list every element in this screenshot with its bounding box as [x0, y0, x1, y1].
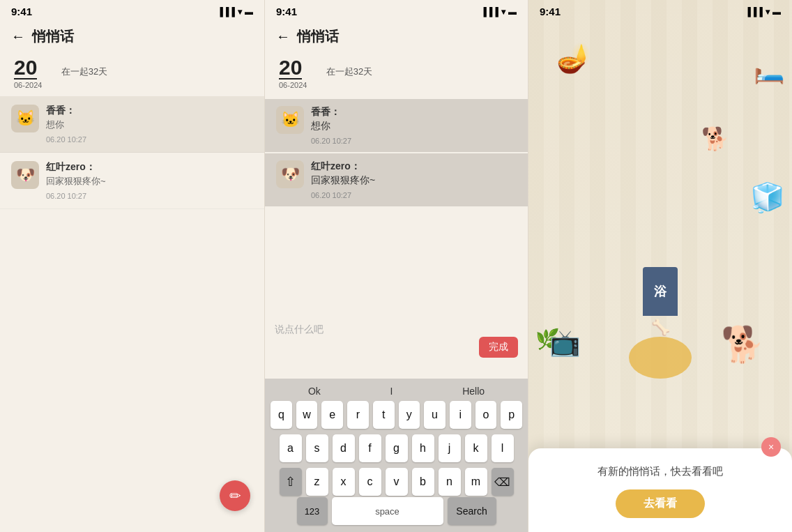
- suggestion-i[interactable]: I: [390, 386, 393, 397]
- key-row-3: ⇧ z x c v b n m ⌫: [271, 468, 522, 496]
- key-o[interactable]: o: [475, 401, 497, 429]
- key-row-1: q w e r t y u i o p: [271, 401, 522, 429]
- bath-label: 浴: [654, 283, 667, 300]
- suggestion-ok[interactable]: Ok: [308, 386, 321, 397]
- key-f[interactable]: f: [359, 434, 381, 462]
- message-input-area[interactable]: 说点什么吧 完成: [265, 316, 528, 379]
- bubble-content-hongye: 红叶zero： 回家狠狠疼你~ 06.20 10:27: [311, 160, 375, 199]
- done-button[interactable]: 完成: [479, 337, 518, 358]
- battery-icon-right: ▬: [772, 7, 781, 17]
- chat-bubble-area: 🐱 香香： 想你 06.20 10:27 🐶 红叶zero： 回家狠狠疼你~ 0…: [265, 93, 528, 316]
- wifi-icon-mid: ▾: [501, 7, 505, 17]
- chat-content-xiangxiang: 香香： 想你 06.20 10:27: [46, 105, 253, 144]
- suggestion-hello[interactable]: Hello: [462, 386, 485, 397]
- shift-key[interactable]: ⇧: [280, 468, 302, 496]
- num-key[interactable]: 123: [297, 497, 328, 525]
- signal-icon: ▐▐▐: [217, 7, 235, 17]
- notification-close-button[interactable]: ×: [761, 437, 781, 457]
- date-section-mid: 20 在一起32天 06-2024: [265, 50, 528, 93]
- key-r[interactable]: r: [347, 401, 369, 429]
- tv-icon: 📺: [549, 328, 581, 358]
- key-x[interactable]: x: [333, 468, 355, 496]
- status-time-right: 9:41: [540, 6, 561, 17]
- chat-msg-xiangxiang: 想你: [46, 119, 253, 131]
- key-u[interactable]: u: [424, 401, 446, 429]
- key-k[interactable]: k: [465, 434, 487, 462]
- wifi-icon: ▾: [238, 7, 242, 17]
- chat-name-xiangxiang: 香香：: [46, 105, 253, 117]
- chat-content-hongye: 红叶zero： 回家狠狠疼你~ 06.20 10:27: [46, 161, 253, 200]
- date-together-left: 在一起32天: [61, 66, 107, 78]
- key-n[interactable]: n: [439, 468, 461, 496]
- notification-popup: × 有新的悄悄话，快去看看吧 去看看: [528, 448, 792, 532]
- chat-list: 🐱 香香： 想你 06.20 10:27 🐶 红叶zero： 回家狠狠疼你~ 0…: [0, 93, 264, 532]
- key-i[interactable]: i: [450, 401, 471, 429]
- chat-time-hongye: 06.20 10:27: [46, 192, 253, 200]
- key-a[interactable]: a: [280, 434, 302, 462]
- key-q[interactable]: q: [271, 401, 292, 429]
- chat-item-xiangxiang[interactable]: 🐱 香香： 想你 06.20 10:27: [0, 96, 264, 153]
- back-button-mid[interactable]: ←: [276, 29, 290, 45]
- key-b[interactable]: b: [412, 468, 434, 496]
- key-t[interactable]: t: [373, 401, 395, 429]
- key-e[interactable]: e: [321, 401, 343, 429]
- key-h[interactable]: h: [412, 434, 434, 462]
- date-day-mid: 20: [279, 57, 302, 79]
- notification-text: 有新的悄悄话，快去看看吧: [597, 465, 723, 478]
- status-bar-mid: 9:41 ▐▐▐ ▾ ▬: [265, 0, 528, 20]
- space-key[interactable]: space: [332, 497, 443, 525]
- corgi-main-icon: 🐕: [721, 324, 764, 365]
- avatar-bubble-hongye: 🐶: [276, 160, 304, 188]
- lamp-icon: 🪔: [556, 42, 591, 75]
- keyboard-rows: q w e r t y u i o p a s d f g h j k: [268, 401, 525, 496]
- key-p[interactable]: p: [501, 401, 522, 429]
- key-v[interactable]: v: [386, 468, 408, 496]
- keyboard-suggestions: Ok I Hello: [268, 383, 525, 401]
- fridge-icon: 🧊: [750, 181, 785, 214]
- date-section-left: 20 在一起32天 06-2024: [0, 50, 264, 93]
- bubble-time-xiangxiang: 06.20 10:27: [311, 137, 351, 145]
- delete-key[interactable]: ⌫: [492, 468, 514, 496]
- key-w[interactable]: w: [296, 401, 318, 429]
- back-button-left[interactable]: ←: [11, 29, 25, 45]
- search-key[interactable]: Search: [448, 497, 496, 525]
- chat-name-hongye: 红叶zero：: [46, 161, 253, 174]
- avatar-hongye: 🐶: [11, 161, 39, 189]
- chat-list-panel: 9:41 ▐▐▐ ▾ ▬ ← 悄悄话 20 在一起32天 06-2024 🐱 香…: [0, 0, 264, 532]
- bubble-name-xiangxiang: 香香：: [311, 106, 351, 119]
- key-m[interactable]: m: [465, 468, 487, 496]
- chat-item-hongye[interactable]: 🐶 红叶zero： 回家狠狠疼你~ 06.20 10:27: [0, 153, 264, 209]
- battery-icon: ▬: [245, 7, 253, 17]
- date-together-mid: 在一起32天: [326, 66, 372, 78]
- keyboard-bottom-row: 123 space Search: [268, 497, 525, 529]
- keyboard: Ok I Hello q w e r t y u i o p a s: [265, 379, 528, 532]
- key-d[interactable]: d: [333, 434, 355, 462]
- compose-fab[interactable]: ✏: [220, 480, 250, 511]
- key-s[interactable]: s: [306, 434, 328, 462]
- key-l[interactable]: l: [492, 434, 514, 462]
- key-g[interactable]: g: [386, 434, 408, 462]
- date-month-mid: 06-2024: [279, 81, 514, 89]
- bubble-time-hongye: 06.20 10:27: [311, 191, 375, 199]
- game-panel: 9:41 ▐▐▐ ▾ ▬ 🪔 🛏️ 🐕 🧊 🌿 📺 浴 🐕 🦴 × 有新的悄悄话…: [528, 0, 792, 532]
- chat-time-xiangxiang: 06.20 10:27: [46, 135, 253, 144]
- title-mid: 悄悄话: [297, 27, 339, 46]
- date-month-left: 06-2024: [14, 81, 250, 89]
- status-icons-right: ▐▐▐ ▾ ▬: [745, 7, 781, 17]
- bubble-hongye: 🐶 红叶zero： 回家狠狠疼你~ 06.20 10:27: [265, 153, 528, 206]
- notification-action-button[interactable]: 去看看: [616, 489, 705, 518]
- bubble-text-hongye: 回家狠狠疼你~: [311, 174, 375, 187]
- wifi-icon-right: ▾: [766, 7, 770, 17]
- key-c[interactable]: c: [359, 468, 381, 496]
- avatar-xiangxiang: 🐱: [11, 105, 39, 132]
- bubble-text-xiangxiang: 想你: [311, 120, 351, 132]
- bath-door: 浴: [643, 267, 678, 316]
- key-j[interactable]: j: [439, 434, 461, 462]
- key-z[interactable]: z: [306, 468, 328, 496]
- bubble-xiangxiang: 🐱 香香： 想你 06.20 10:27: [265, 99, 528, 152]
- round-table: [629, 337, 692, 379]
- key-y[interactable]: y: [399, 401, 420, 429]
- header-left: ← 悄悄话: [0, 20, 264, 50]
- signal-icon-right: ▐▐▐: [745, 7, 763, 17]
- status-bar-right: 9:41 ▐▐▐ ▾ ▬: [528, 0, 792, 20]
